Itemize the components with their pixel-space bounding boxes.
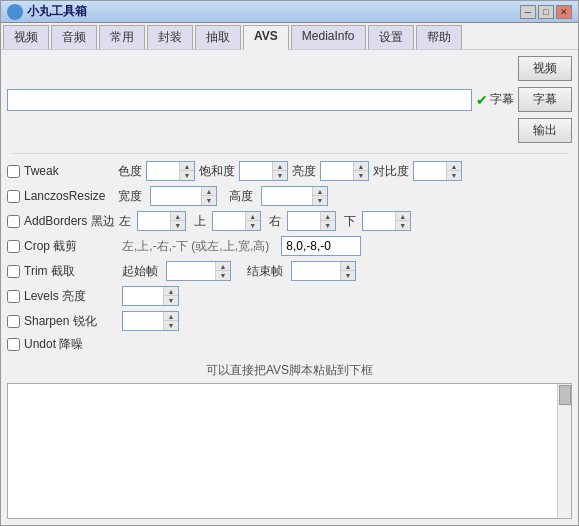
left-up[interactable]: ▲ xyxy=(171,212,185,221)
hue-up[interactable]: ▲ xyxy=(180,162,194,171)
top-down[interactable]: ▼ xyxy=(246,221,260,230)
scroll-thumb[interactable] xyxy=(559,385,571,405)
right-label: 右 xyxy=(269,213,281,230)
path-input[interactable] xyxy=(7,89,472,111)
right-down[interactable]: ▼ xyxy=(321,221,335,230)
levels-down[interactable]: ▼ xyxy=(164,296,178,305)
left-spinbox[interactable]: 0 ▲ ▼ xyxy=(137,211,186,231)
width-down[interactable]: ▼ xyxy=(202,196,216,205)
trim-row: Trim 截取 起始帧 0 ▲ ▼ 结束帧 1440 ▲ ▼ xyxy=(7,260,572,282)
levels-spinner: ▲ ▼ xyxy=(163,287,178,305)
sharpen-input[interactable]: 0.2 xyxy=(123,312,163,330)
brightness-spinbox[interactable]: 0.0 ▲ ▼ xyxy=(320,161,369,181)
tab-extract[interactable]: 抽取 xyxy=(195,25,241,49)
top-spinner: ▲ ▼ xyxy=(245,212,260,230)
cont-down[interactable]: ▼ xyxy=(447,171,461,180)
lanczos-label: LanczosResize xyxy=(24,189,114,203)
sharpen-spinbox[interactable]: 0.2 ▲ ▼ xyxy=(122,311,179,331)
end-down[interactable]: ▼ xyxy=(341,271,355,280)
top-input[interactable]: 0 xyxy=(213,212,245,230)
minimize-button[interactable]: ─ xyxy=(520,5,536,19)
width-input[interactable]: 1280 xyxy=(151,187,201,205)
width-spinner: ▲ ▼ xyxy=(201,187,216,205)
avs-textarea[interactable] xyxy=(8,384,557,518)
tweak-checkbox[interactable] xyxy=(7,165,20,178)
tab-help[interactable]: 帮助 xyxy=(416,25,462,49)
levels-spinbox[interactable]: 1.2 ▲ ▼ xyxy=(122,286,179,306)
bright-up[interactable]: ▲ xyxy=(354,162,368,171)
end-frame-spinbox[interactable]: 1440 ▲ ▼ xyxy=(291,261,356,281)
tab-audio[interactable]: 音频 xyxy=(51,25,97,49)
sat-up[interactable]: ▲ xyxy=(273,162,287,171)
maximize-button[interactable]: □ xyxy=(538,5,554,19)
sharpen-up[interactable]: ▲ xyxy=(164,312,178,321)
tab-common[interactable]: 常用 xyxy=(99,25,145,49)
bright-down[interactable]: ▼ xyxy=(354,171,368,180)
saturation-input[interactable]: 1.0 xyxy=(240,162,272,180)
lanczos-checkbox[interactable] xyxy=(7,190,20,203)
main-window: 小丸工具箱 ─ □ ✕ 视频 音频 常用 封装 抽取 AVS MediaInfo… xyxy=(0,0,579,526)
right-input[interactable]: 0 xyxy=(288,212,320,230)
levels-input[interactable]: 1.2 xyxy=(123,287,163,305)
tweak-label: Tweak xyxy=(24,164,114,178)
hue-spinbox[interactable]: 0.0 ▲ ▼ xyxy=(146,161,195,181)
end-frame-input[interactable]: 1440 xyxy=(292,262,340,280)
addborders-checkbox[interactable] xyxy=(7,215,20,228)
hue-down[interactable]: ▼ xyxy=(180,171,194,180)
start-frame-spinbox[interactable]: 0 ▲ ▼ xyxy=(166,261,231,281)
end-up[interactable]: ▲ xyxy=(341,262,355,271)
height-down[interactable]: ▼ xyxy=(313,196,327,205)
width-up[interactable]: ▲ xyxy=(202,187,216,196)
top-up[interactable]: ▲ xyxy=(246,212,260,221)
paste-area[interactable] xyxy=(7,383,572,519)
tab-avs[interactable]: AVS xyxy=(243,25,289,50)
start-spinner: ▲ ▼ xyxy=(215,262,230,280)
tweak-row: Tweak 色度 0.0 ▲ ▼ 饱和度 1.0 ▲ ▼ xyxy=(7,160,572,182)
bottom-down[interactable]: ▼ xyxy=(396,221,410,230)
bottom-spinbox[interactable]: 0 ▲ ▼ xyxy=(362,211,411,231)
bottom-up[interactable]: ▲ xyxy=(396,212,410,221)
height-up[interactable]: ▲ xyxy=(313,187,327,196)
contrast-spinbox[interactable]: 1.0 ▲ ▼ xyxy=(413,161,462,181)
levels-checkbox[interactable] xyxy=(7,290,20,303)
crop-value[interactable]: 8,0,-8,-0 xyxy=(281,236,361,256)
close-button[interactable]: ✕ xyxy=(556,5,572,19)
output-row: 输出 xyxy=(7,118,572,143)
left-spinner: ▲ ▼ xyxy=(170,212,185,230)
video-button[interactable]: 视频 xyxy=(518,56,572,81)
scrollbar[interactable] xyxy=(557,384,571,518)
bottom-input[interactable]: 0 xyxy=(363,212,395,230)
tab-video[interactable]: 视频 xyxy=(3,25,49,49)
undot-checkbox[interactable] xyxy=(7,338,20,351)
crop-label: Crop 截剪 xyxy=(24,238,114,255)
height-input[interactable]: 720 xyxy=(262,187,312,205)
tab-package[interactable]: 封装 xyxy=(147,25,193,49)
hue-input[interactable]: 0.0 xyxy=(147,162,179,180)
left-input[interactable]: 0 xyxy=(138,212,170,230)
start-up[interactable]: ▲ xyxy=(216,262,230,271)
crop-checkbox[interactable] xyxy=(7,240,20,253)
brightness-input[interactable]: 0.0 xyxy=(321,162,353,180)
width-label: 宽度 xyxy=(118,188,142,205)
trim-checkbox[interactable] xyxy=(7,265,20,278)
left-down[interactable]: ▼ xyxy=(171,221,185,230)
cont-up[interactable]: ▲ xyxy=(447,162,461,171)
saturation-spinbox[interactable]: 1.0 ▲ ▼ xyxy=(239,161,288,181)
output-button[interactable]: 输出 xyxy=(518,118,572,143)
right-up[interactable]: ▲ xyxy=(321,212,335,221)
height-spinner: ▲ ▼ xyxy=(312,187,327,205)
top-spinbox[interactable]: 0 ▲ ▼ xyxy=(212,211,261,231)
width-spinbox[interactable]: 1280 ▲ ▼ xyxy=(150,186,217,206)
levels-up[interactable]: ▲ xyxy=(164,287,178,296)
subtitle-button[interactable]: 字幕 xyxy=(518,87,572,112)
start-down[interactable]: ▼ xyxy=(216,271,230,280)
sharpen-checkbox[interactable] xyxy=(7,315,20,328)
start-frame-input[interactable]: 0 xyxy=(167,262,215,280)
height-spinbox[interactable]: 720 ▲ ▼ xyxy=(261,186,328,206)
sat-down[interactable]: ▼ xyxy=(273,171,287,180)
tab-mediainfo[interactable]: MediaInfo xyxy=(291,25,366,49)
tab-settings[interactable]: 设置 xyxy=(368,25,414,49)
right-spinbox[interactable]: 0 ▲ ▼ xyxy=(287,211,336,231)
contrast-input[interactable]: 1.0 xyxy=(414,162,446,180)
sharpen-down[interactable]: ▼ xyxy=(164,321,178,330)
